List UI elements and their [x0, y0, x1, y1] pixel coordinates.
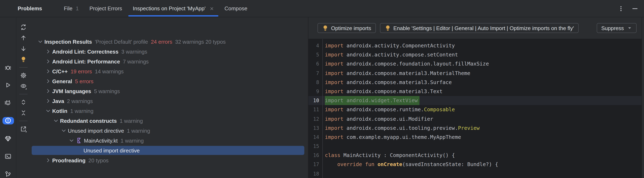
- toolbar-button-open-in-editor[interactable]: [18, 124, 29, 134]
- chevron-down-icon[interactable]: [37, 38, 44, 45]
- left-tool-window-stripe: [0, 17, 16, 178]
- tree-item-count: 24 errors: [151, 39, 172, 45]
- code-line-12[interactable]: import androidx.compose.ui.Modifier: [325, 114, 644, 123]
- chevron-down-icon[interactable]: [60, 127, 67, 134]
- chevron-down-icon[interactable]: [53, 117, 59, 124]
- code-token: androidx.activity.ComponentActivity: [344, 43, 455, 49]
- tree-row-java[interactable]: Java2 warnings: [30, 96, 308, 106]
- code-line-9[interactable]: import androidx.compose.material3.Text: [325, 87, 644, 96]
- tab-inspections-on-project-myapp[interactable]: Inspections on Project 'MyApp': [128, 0, 219, 17]
- code-line-10[interactable]: import android.widget.TextView: [325, 96, 644, 105]
- dropdown-arrow-icon: [627, 26, 632, 31]
- tab-project-errors[interactable]: Project Errors: [84, 0, 128, 17]
- action-button-label: Optimize imports: [331, 25, 371, 31]
- enable-settings-editor-general-auto-import-optimize-imports-on-the-fly-button[interactable]: Enable 'Settings | Editor | General | Au…: [380, 23, 578, 33]
- tree-item-count: 20 typos: [88, 157, 108, 163]
- chevron-down-icon[interactable]: [68, 137, 75, 144]
- code-line-6[interactable]: import androidx.compose.foundation.layou…: [325, 60, 644, 69]
- toolbar-button-expand-all[interactable]: [18, 97, 29, 108]
- hide-window-icon[interactable]: [632, 5, 638, 12]
- toolbar-divider: [19, 94, 28, 94]
- gutter-line-number: 11: [308, 105, 322, 114]
- suppress-button[interactable]: Suppress: [597, 23, 636, 33]
- view-options-icon: [20, 83, 27, 89]
- tree-row-android-lint-correctness[interactable]: Android Lint: Correctness3 warnings: [30, 47, 308, 56]
- problems-icon: [4, 117, 12, 124]
- toolbar-button-settings-gear[interactable]: [18, 70, 29, 81]
- run-icon: [4, 82, 12, 89]
- stripe-button-terminal[interactable]: [2, 153, 14, 160]
- tree-row-redundant-constructs[interactable]: Redundant constructs1 warning: [30, 116, 308, 126]
- editor-gutter: 456789101112131415161718: [308, 39, 323, 178]
- tool-window-title: Problems: [18, 5, 42, 12]
- toolbar-button-previous-problem[interactable]: [18, 33, 29, 43]
- code-token: class: [325, 152, 340, 158]
- optimize-imports-button[interactable]: Optimize imports: [318, 23, 376, 33]
- chevron-right-icon[interactable]: [45, 78, 52, 84]
- toolbar-button-view-options[interactable]: [18, 81, 29, 91]
- toolbar-button-next-problem[interactable]: [18, 43, 29, 54]
- code-line-14[interactable]: import com.example.myapp.ui.theme.MyAppT…: [325, 133, 644, 142]
- close-tab-icon[interactable]: [210, 7, 214, 11]
- rerun-inspection-icon: [20, 24, 27, 31]
- chevron-right-icon[interactable]: [45, 157, 52, 163]
- tree-row-unused-import-directive[interactable]: Unused import directive: [32, 146, 304, 155]
- stripe-button-version-control[interactable]: [2, 170, 14, 178]
- code-token: import: [325, 52, 344, 58]
- tab-compose[interactable]: Compose: [219, 0, 253, 17]
- quick-fix-icon: [384, 25, 391, 31]
- tree-row-general[interactable]: General5 errors: [30, 76, 308, 86]
- chevron-right-icon[interactable]: [45, 48, 52, 55]
- code-line-11[interactable]: import androidx.compose.runtime.Composab…: [325, 105, 644, 114]
- stripe-button-logcat[interactable]: [2, 99, 14, 107]
- tree-row-kotlin[interactable]: Kotlin1 warning: [30, 106, 308, 116]
- code-token: import android.widget.TextView: [325, 97, 418, 103]
- unused-import-highlight: import android.widget.TextView: [325, 96, 420, 105]
- code-token: Composable: [424, 106, 455, 113]
- tree-row-android-lint-performance[interactable]: Android Lint: Performance7 warnings: [30, 56, 308, 66]
- code-line-5[interactable]: import androidx.activity.compose.setCont…: [325, 50, 644, 59]
- toolbar-button-collapse-all[interactable]: [18, 108, 29, 118]
- tree-row-unused-import-directive[interactable]: Unused import directive1 warning: [30, 126, 308, 135]
- code-line-7[interactable]: import androidx.compose.material3.Materi…: [325, 69, 644, 78]
- chevron-right-icon[interactable]: [45, 68, 52, 75]
- tree-row-jvm-languages[interactable]: JVM languages5 warnings: [30, 86, 308, 96]
- chevron-right-icon[interactable]: [45, 88, 52, 94]
- settings-gear-icon: [20, 72, 27, 79]
- chevron-right-icon[interactable]: [45, 98, 52, 104]
- stripe-button-debug[interactable]: [2, 63, 14, 71]
- code-line-16[interactable]: class MainActivity : ComponentActivity()…: [325, 151, 644, 160]
- code-token: import: [325, 43, 344, 49]
- code-line-8[interactable]: import androidx.compose.material3.Surfac…: [325, 78, 644, 87]
- chevron-right-icon[interactable]: [45, 58, 52, 65]
- code-line-17[interactable]: override fun onCreate(savedInstanceState…: [325, 160, 644, 169]
- chevron-down-icon[interactable]: [45, 108, 52, 114]
- tree-row-inspection-results[interactable]: Inspection Results'Project Default' prof…: [30, 37, 308, 47]
- toolbar-button-rerun-inspection[interactable]: [18, 22, 29, 33]
- tree-row-c-c[interactable]: C/C++19 errors14 warnings: [30, 66, 308, 76]
- tree-item-count: 7 warnings: [123, 58, 149, 65]
- tree-row-proofreading[interactable]: Proofreading20 typos: [30, 155, 308, 165]
- gutter-line-number: 8: [308, 78, 322, 87]
- tree-item-label: Android Lint: Performance: [52, 58, 120, 65]
- stripe-button-run[interactable]: [2, 81, 14, 89]
- toolbar-button-quick-fix[interactable]: [18, 54, 29, 65]
- stripe-button-app-quality-insights[interactable]: [2, 135, 14, 142]
- stripe-button-problems[interactable]: [2, 117, 14, 125]
- kotlin-file-icon: [76, 137, 82, 144]
- code-line-18[interactable]: [325, 169, 644, 178]
- code-line-15[interactable]: [325, 142, 644, 151]
- editor[interactable]: 456789101112131415161718 import androidx…: [308, 39, 644, 178]
- code-token: androidx.compose.ui.tooling.preview.: [344, 125, 458, 131]
- tree-item-count: 'Project Default' profile: [95, 39, 148, 45]
- tree-item-count: 1 warning: [127, 127, 150, 134]
- tab-file[interactable]: File1: [58, 0, 84, 17]
- code-line-4[interactable]: import androidx.activity.ComponentActivi…: [325, 41, 644, 50]
- inspection-results-tree: Inspection Results'Project Default' prof…: [30, 17, 308, 178]
- tree-row-mainactivity-kt[interactable]: MainActivity.kt1 warning: [30, 135, 308, 145]
- kebab-menu-icon[interactable]: [618, 5, 624, 12]
- gutter-line-number: 17: [308, 160, 322, 169]
- code-line-13[interactable]: import androidx.compose.ui.tooling.previ…: [325, 123, 644, 132]
- tree-item-count: 2 warnings: [67, 98, 93, 104]
- collapse-all-icon: [20, 110, 27, 116]
